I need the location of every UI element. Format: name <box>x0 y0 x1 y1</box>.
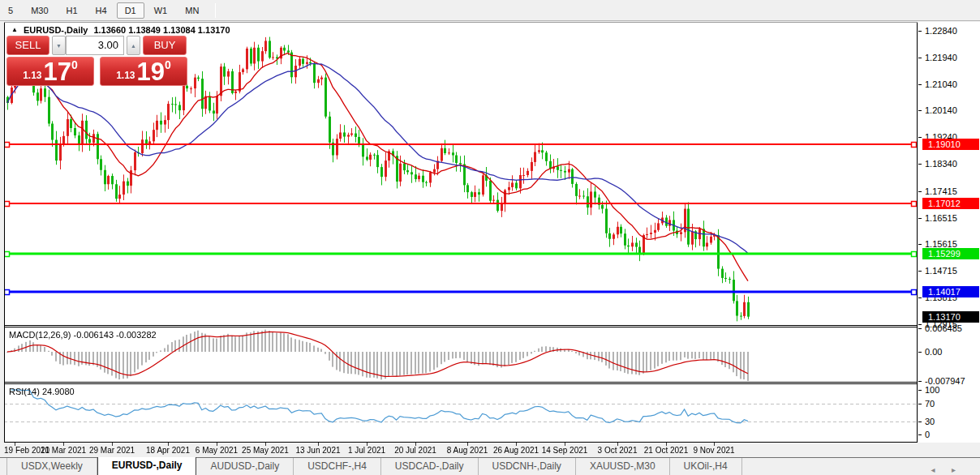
date-tick-label: 9 Nov 2021 <box>693 446 734 455</box>
date-tick-label: 20 Jul 2021 <box>394 446 436 455</box>
axis-tick-mark <box>918 381 922 382</box>
axis-tick-mark <box>918 297 922 298</box>
date-tick-label: 13 Jun 2021 <box>295 446 340 455</box>
axis-tick-label: 1.14715 <box>925 266 957 276</box>
axis-tick-label: 0 <box>925 430 930 439</box>
date-tick-label: 26 Aug 2021 <box>493 446 539 455</box>
spread-decrease-button[interactable]: ▼ <box>52 36 66 55</box>
tab-usdcnh-daily[interactable]: USDCNH-,Daily <box>479 458 576 475</box>
axis-tick-label: 1.16515 <box>925 213 957 223</box>
collapse-arrow-icon[interactable]: ▲ <box>11 26 18 33</box>
chart-ohlc-values: 1.13660 1.13849 1.13084 1.13170 <box>93 25 230 35</box>
tab-eurusd-daily[interactable]: EURUSD-,Daily <box>97 457 197 475</box>
sell-button[interactable]: SELL <box>6 36 49 55</box>
axis-tick-mark <box>918 328 922 329</box>
buy-button[interactable]: BUY <box>143 36 187 55</box>
sell-price-panel[interactable]: 1.13 17 0 <box>6 57 94 86</box>
tab-audusd-daily[interactable]: AUDUSD-,Daily <box>196 458 294 475</box>
axis-tick-label: 0.006485 <box>925 323 962 333</box>
axis-tick-label: 30 <box>925 417 935 426</box>
tab-usdcad-daily[interactable]: USDCAD-,Daily <box>381 458 479 475</box>
axis-tick-mark <box>918 422 922 422</box>
current-price-badge: 1.13170 <box>922 311 979 323</box>
spread-increase-button[interactable]: ▲ <box>127 36 140 55</box>
tab-ukoil-h4[interactable]: UKOil-,H4 <box>670 458 742 475</box>
timeframe-toolbar: 5 M30 H1 H4 D1 W1 MN <box>0 0 980 21</box>
timeframe-button-w1[interactable]: W1 <box>146 2 176 19</box>
sell-price-prefix: 1.13 <box>23 70 41 81</box>
tab-usdx-weekly[interactable]: USDX,Weekly <box>6 458 97 475</box>
axis-tick-label: 1.21040 <box>925 79 957 89</box>
axis-tick-label: 100 <box>925 385 939 395</box>
axis-tick-mark <box>918 324 922 325</box>
date-tick-label: 1 Jul 2021 <box>348 446 385 455</box>
date-tick-label: 18 Apr 2021 <box>146 446 190 455</box>
tab-scroll-right-icon[interactable]: ▸ <box>952 465 956 474</box>
axis-tick-mark <box>918 271 922 272</box>
macd-indicator-label: MACD(12,26,9) -0.006143 -0.003282 <box>9 330 157 340</box>
axis-tick-mark <box>918 31 922 32</box>
hline-price-badge: 1.14017 <box>922 286 979 297</box>
tab-usdchf-h4[interactable]: USDCHF-,H4 <box>294 458 381 475</box>
axis-tick-mark <box>918 244 922 245</box>
axis-tick-label: 0.00 <box>925 347 942 357</box>
triangle-down-icon: ▼ <box>56 43 62 49</box>
chart-title: ▲ EURUSD-,Daily 1.13660 1.13849 1.13084 … <box>11 25 230 35</box>
date-tick-label: 25 May 2021 <box>242 446 289 455</box>
tab-scroll-arrows: ◂ ▸ <box>918 461 956 475</box>
axis-tick-label: 1.20140 <box>925 105 957 115</box>
timeframe-button-m5[interactable]: 5 <box>0 2 21 19</box>
date-axis: 19 Feb 202110 Mar 202129 Mar 202118 Apr … <box>4 443 918 457</box>
axis-tick-mark <box>918 404 922 404</box>
axis-tick-mark <box>918 434 922 435</box>
sell-price-pips: 17 <box>44 60 71 83</box>
tab-xauusd-m30[interactable]: XAUUSD-,M30 <box>576 458 670 475</box>
axis-tick-mark <box>918 352 922 353</box>
timeframe-button-h1[interactable]: H1 <box>58 2 86 19</box>
axis-tick-mark <box>918 164 922 165</box>
one-click-trading-widget: SELL ▼ 3.00 ▲ BUY 1.13 17 0 1.13 19 0 <box>6 36 189 86</box>
axis-tick-mark <box>918 137 922 138</box>
rsi-indicator-label: RSI(14) 24.9080 <box>9 387 75 396</box>
date-tick-label: 3 Oct 2021 <box>598 446 638 455</box>
axis-tick-mark <box>918 191 922 192</box>
buy-price-point: 0 <box>165 58 171 71</box>
date-tick-label: 14 Sep 2021 <box>542 446 588 455</box>
buy-price-panel[interactable]: 1.13 19 0 <box>100 57 187 86</box>
toolbar-separator <box>215 3 216 18</box>
axis-tick-label: 1.18340 <box>925 159 957 169</box>
hline-price-badge: 1.17012 <box>922 198 979 209</box>
chart-window: ▲ EURUSD-,Daily 1.13660 1.13849 1.13084 … <box>4 22 918 443</box>
axis-tick-label: 70 <box>925 399 935 409</box>
axis-tick-label: 1.21940 <box>925 53 957 62</box>
triangle-up-icon: ▲ <box>131 43 136 49</box>
axis-tick-mark <box>918 110 922 111</box>
date-tick-label: 8 Aug 2021 <box>447 446 488 455</box>
timeframe-button-m30[interactable]: M30 <box>23 2 56 19</box>
timeframe-button-h4[interactable]: H4 <box>88 2 115 19</box>
spread-value-field[interactable]: 3.00 <box>66 36 124 55</box>
timeframe-button-d1[interactable]: D1 <box>117 2 144 19</box>
tab-scroll-left-icon[interactable]: ◂ <box>931 465 935 474</box>
timeframe-button-mn[interactable]: MN <box>177 2 207 19</box>
hline-price-badge: 1.19010 <box>922 139 979 150</box>
price-scale: 1.228401.219401.210401.201401.192401.183… <box>918 22 980 443</box>
hline-price-badge: 1.15299 <box>922 248 979 259</box>
date-tick-label: 29 Mar 2021 <box>89 446 135 455</box>
axis-tick-mark <box>918 58 922 58</box>
axis-tick-label: 1.17415 <box>925 186 957 196</box>
date-tick-label: 10 Mar 2021 <box>41 446 86 455</box>
buy-price-prefix: 1.13 <box>116 70 135 81</box>
sell-price-point: 0 <box>71 58 78 71</box>
axis-tick-mark <box>918 218 922 219</box>
axis-tick-mark <box>918 84 922 85</box>
date-tick-label: 21 Oct 2021 <box>644 446 688 455</box>
chart-tab-bar: USDX,Weekly EURUSD-,Daily AUDUSD-,Daily … <box>0 457 980 475</box>
date-tick-label: 6 May 2021 <box>196 446 238 455</box>
axis-tick-label: 1.22840 <box>925 26 957 36</box>
chart-symbol-label: EURUSD-,Daily <box>24 25 88 35</box>
buy-price-pips: 19 <box>137 60 165 83</box>
axis-tick-mark <box>918 390 922 391</box>
